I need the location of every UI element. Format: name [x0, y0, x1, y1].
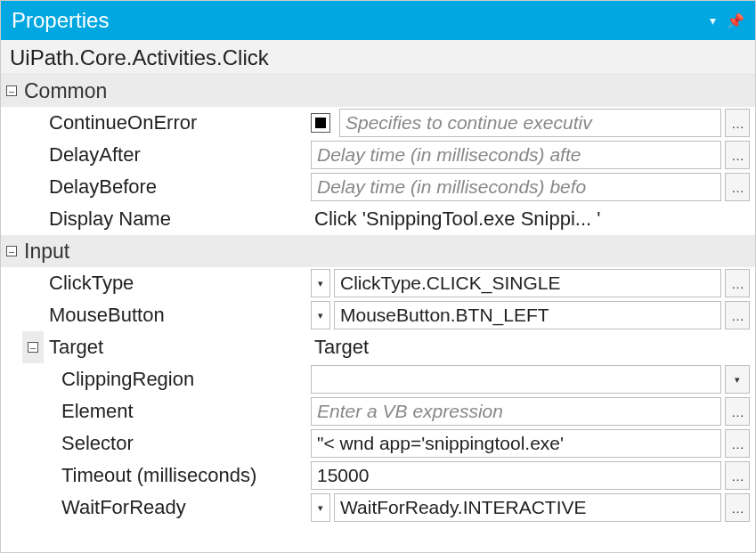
- label-selector: Selector: [44, 427, 311, 459]
- input-element[interactable]: Enter a VB expression: [311, 397, 721, 426]
- dropdown-clipping-region[interactable]: [725, 365, 750, 394]
- label-continue-on-error: ContinueOnError: [44, 107, 311, 139]
- property-grid: – Common ContinueOnError Specifies to co…: [1, 75, 755, 524]
- expand-button-click-type[interactable]: [725, 269, 750, 297]
- label-click-type: ClickType: [44, 267, 311, 299]
- value-display-name[interactable]: Click 'SnippingTool.exe Snippi... ': [311, 207, 750, 231]
- expand-button-timeout[interactable]: [725, 461, 750, 490]
- input-delay-after[interactable]: Delay time (in milliseconds) afte: [311, 141, 721, 169]
- label-timeout: Timeout (milliseconds): [44, 459, 311, 492]
- expand-button-wait-for-ready[interactable]: [725, 493, 750, 522]
- label-clipping-region: ClippingRegion: [44, 363, 311, 395]
- input-timeout[interactable]: 15000: [311, 461, 721, 490]
- pin-icon[interactable]: 📌: [727, 12, 744, 29]
- input-continue-on-error[interactable]: Specifies to continue executiv: [339, 109, 721, 137]
- category-expander-input[interactable]: –: [1, 235, 22, 267]
- label-delay-after: DelayAfter: [44, 139, 311, 171]
- label-target: Target: [44, 331, 311, 363]
- category-input[interactable]: Input: [22, 235, 755, 267]
- category-expander-target[interactable]: –: [22, 331, 44, 363]
- panel-titlebar: Properties ▾ 📌: [1, 1, 755, 40]
- label-wait-for-ready: WaitForReady: [44, 492, 311, 524]
- label-element: Element: [44, 395, 311, 427]
- expand-button-delay-after[interactable]: [725, 141, 750, 169]
- checkbox-continue-on-error[interactable]: [311, 113, 330, 133]
- input-delay-before[interactable]: Delay time (in milliseconds) befo: [311, 173, 721, 201]
- dropdown-mouse-button[interactable]: [311, 301, 330, 329]
- expand-button-mouse-button[interactable]: [725, 301, 750, 329]
- input-wait-for-ready[interactable]: WaitForReady.INTERACTIVE: [334, 493, 721, 522]
- category-expander-common[interactable]: –: [1, 75, 22, 107]
- expand-button-selector[interactable]: [725, 429, 750, 458]
- label-delay-before: DelayBefore: [44, 171, 311, 203]
- input-selector[interactable]: "< wnd app='snippingtool.exe': [311, 429, 721, 458]
- category-common[interactable]: Common: [22, 75, 755, 107]
- value-target: Target: [311, 336, 750, 359]
- input-mouse-button[interactable]: MouseButton.BTN_LEFT: [334, 301, 721, 329]
- input-click-type[interactable]: ClickType.CLICK_SINGLE: [334, 269, 721, 297]
- dropdown-icon[interactable]: ▾: [710, 13, 716, 28]
- panel-title: Properties: [12, 8, 109, 33]
- expand-button-delay-before[interactable]: [725, 173, 750, 201]
- input-clipping-region[interactable]: [311, 365, 721, 394]
- label-mouse-button: MouseButton: [44, 299, 311, 331]
- dropdown-click-type[interactable]: [311, 269, 330, 297]
- label-display-name: Display Name: [44, 203, 311, 235]
- expand-button-element[interactable]: [725, 397, 750, 426]
- expand-button-continue-on-error[interactable]: [725, 109, 750, 137]
- dropdown-wait-for-ready[interactable]: [311, 493, 330, 522]
- activity-class-name: UiPath.Core.Activities.Click: [1, 40, 755, 75]
